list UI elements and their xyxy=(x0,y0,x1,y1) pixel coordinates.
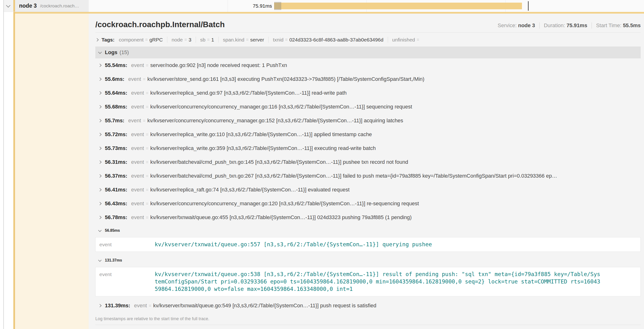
log-field-value: kv/kvserver/txnwait/queue.go:549 [n3,s3,… xyxy=(153,302,376,309)
log-row-expanded: 56.85ms event kv/kvserver/txnwait/queue.… xyxy=(95,224,641,252)
log-field-value: kv/kvserver/replica_raft.go:74 [n3,s3,r6… xyxy=(150,187,350,193)
tag-key: unfinished xyxy=(392,37,415,43)
log-timestamp: 56.78ms: xyxy=(105,214,127,220)
log-row[interactable]: 55.54ms: event = server/node.go:902 [n3]… xyxy=(95,58,641,72)
tag-item[interactable]: span.kind = server xyxy=(214,37,264,43)
log-field-value: kv/kvserver/replica_send.go:97 [n3,s3,r6… xyxy=(150,90,347,96)
chevron-down-icon xyxy=(98,258,102,262)
log-field-value: kv/kvserver/batcheval/cmd_push_txn.go:26… xyxy=(150,173,557,179)
log-tick xyxy=(277,2,278,10)
logs-title: Logs xyxy=(105,49,118,56)
log-row[interactable]: 56.41ms: event = kv/kvserver/replica_raf… xyxy=(95,183,641,197)
log-row[interactable]: 55.7ms: event = kv/kvserver/concurrency/… xyxy=(95,114,641,128)
log-row[interactable]: 56.37ms: event = kv/kvserver/batcheval/c… xyxy=(95,169,641,183)
equals-sign: = xyxy=(146,90,148,96)
log-event-detail: event kv/kvserver/txnwait/queue.go:557 [… xyxy=(95,237,641,252)
span-timeline: 75.91ms xyxy=(89,0,644,12)
tag-item[interactable]: txnid = 024d3323-6c8f-4863-aa8b-37ab0e63… xyxy=(264,37,384,43)
duration-label: Duration: xyxy=(544,22,565,28)
tag-value: 024d3323-6c8f-4863-aa8b-37ab0e63496d xyxy=(289,37,384,43)
log-rows: 55.54ms: event = server/node.go:902 [n3]… xyxy=(95,58,641,312)
span-row: node 3 /cockroach.roach… 75.91ms xyxy=(0,0,644,12)
span-name-tab[interactable]: node 3 /cockroach.roach… xyxy=(13,0,89,12)
log-field-key: event xyxy=(131,187,144,193)
duration-value: 75.91ms xyxy=(566,22,587,28)
service-value: node 3 xyxy=(518,22,535,28)
overview-service: Service: node 3 xyxy=(493,22,539,28)
log-row[interactable]: 55.6ms: event = kv/kvserver/store_send.g… xyxy=(95,72,641,86)
log-field-key: event xyxy=(131,214,144,220)
log-field-key: event xyxy=(128,76,141,82)
span-color-stripe xyxy=(13,12,15,329)
span-overview: Service: node 3 Duration: 75.91ms Start … xyxy=(493,22,641,28)
log-timestamp: 55.72ms: xyxy=(105,131,127,138)
chevron-right-icon xyxy=(98,188,102,192)
tag-key: span.kind xyxy=(223,37,244,43)
log-tick xyxy=(274,2,275,10)
tag-item[interactable]: component = gRPC xyxy=(119,37,162,43)
log-row[interactable]: 55.64ms: event = kv/kvserver/replica_sen… xyxy=(95,86,641,100)
equals-sign: = xyxy=(184,37,187,42)
log-field-key: event xyxy=(128,118,141,124)
page-title: /cockroach.roachpb.Internal/Batch xyxy=(95,20,225,29)
equals-sign: = xyxy=(146,215,148,220)
chevron-right-icon xyxy=(98,160,102,164)
log-event-detail: event kv/kvserver/txnwait/queue.go:538 [… xyxy=(95,267,641,296)
chevron-down-icon[interactable] xyxy=(6,3,10,8)
chevron-right-icon xyxy=(98,91,102,95)
chevron-right-icon xyxy=(98,64,102,67)
chevron-right-icon xyxy=(98,216,102,219)
log-row-toggle[interactable]: 131.37ms xyxy=(95,254,641,266)
log-row[interactable]: 55.72ms: event = kv/kvserver/replica_wri… xyxy=(95,128,641,141)
tag-value: server xyxy=(250,37,264,43)
log-field-value: kv/kvserver/txnwait/queue.go:557 [n3,s3,… xyxy=(155,241,432,248)
log-field-key: event xyxy=(131,90,144,96)
log-row[interactable]: 56.43ms: event = kv/kvserver/concurrency… xyxy=(95,197,641,210)
log-field-value: server/node.go:902 [n3] node received re… xyxy=(150,62,287,68)
tag-item[interactable]: sb = 1 xyxy=(192,37,214,43)
tag-separator xyxy=(167,37,167,43)
equals-sign: = xyxy=(146,146,148,151)
log-timestamp: 55.64ms: xyxy=(105,90,127,96)
log-row-expanded: 131.37ms event kv/kvserver/txnwait/queue… xyxy=(95,254,641,296)
log-row[interactable]: 55.73ms: event = kv/kvserver/replica_wri… xyxy=(95,141,641,155)
span-bar[interactable] xyxy=(274,2,522,9)
log-field-key: event xyxy=(131,173,144,179)
log-timestamp: 56.43ms: xyxy=(105,200,127,207)
log-field-value: kv/kvserver/replica_write.go:359 [n3,s3,… xyxy=(150,145,376,152)
log-row-toggle[interactable]: 56.85ms xyxy=(95,224,641,237)
detail-header: /cockroach.roachpb.Internal/Batch Servic… xyxy=(95,20,641,29)
log-row[interactable]: 56.78ms: event = kv/kvserver/txnwait/que… xyxy=(95,210,641,224)
tag-key: component xyxy=(119,37,144,43)
equals-sign: = xyxy=(143,118,146,123)
log-field-key: event xyxy=(131,145,144,152)
log-timestamp: 55.68ms: xyxy=(105,104,127,110)
log-field-value: kv/kvserver/concurrency/concurrency_mana… xyxy=(150,104,412,110)
equals-sign: = xyxy=(145,37,148,42)
chevron-down-icon xyxy=(98,50,102,54)
tag-value: gRPC xyxy=(150,37,163,43)
equals-sign: = xyxy=(146,174,148,178)
chevron-right-icon xyxy=(98,105,102,108)
chevron-right-icon xyxy=(98,174,102,178)
equals-sign: = xyxy=(146,201,148,206)
log-timestamp: 56.85ms xyxy=(105,228,120,233)
span-name-column: node 3 /cockroach.roach… xyxy=(4,0,89,12)
equals-sign: = xyxy=(246,37,248,42)
log-timestamp: 56.41ms: xyxy=(105,187,127,193)
equals-sign: = xyxy=(146,104,148,110)
span-service-name: node 3 xyxy=(19,2,37,9)
logs-accordion-toggle[interactable]: Logs (15) xyxy=(95,46,641,58)
log-field-key: event xyxy=(131,159,144,165)
tags-accordion-toggle[interactable]: Tags: component = gRPC node = 3 sb = 1 s… xyxy=(95,37,641,43)
tag-item[interactable]: node = 3 xyxy=(163,37,192,43)
log-row[interactable]: 131.39ms: event = kv/kvserver/txnwait/qu… xyxy=(95,299,641,312)
log-row[interactable]: 56.31ms: event = kv/kvserver/batcheval/c… xyxy=(95,155,641,169)
left-gutter-divider xyxy=(3,0,4,329)
service-label: Service: xyxy=(498,22,516,28)
log-row[interactable]: 55.68ms: event = kv/kvserver/concurrency… xyxy=(95,100,641,114)
detail-accent-border xyxy=(13,12,644,14)
equals-sign: = xyxy=(285,37,288,42)
chevron-down-icon xyxy=(98,228,102,232)
tag-item[interactable]: unfinished = xyxy=(384,37,421,43)
